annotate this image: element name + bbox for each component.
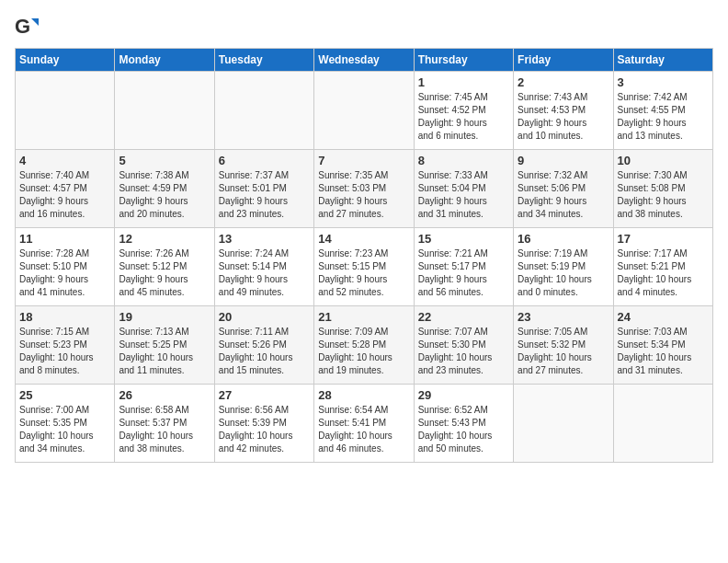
logo-icon: G (15, 15, 40, 40)
day-cell: 2Sunrise: 7:43 AM Sunset: 4:53 PM Daylig… (514, 72, 613, 150)
day-number: 24 (618, 310, 709, 324)
day-info: Sunrise: 6:56 AM Sunset: 5:39 PM Dayligh… (219, 404, 310, 455)
calendar-body: 1Sunrise: 7:45 AM Sunset: 4:52 PM Daylig… (16, 72, 713, 463)
day-cell: 8Sunrise: 7:33 AM Sunset: 5:04 PM Daylig… (414, 150, 513, 228)
day-number: 1 (418, 75, 509, 89)
week-row-2: 4Sunrise: 7:40 AM Sunset: 4:57 PM Daylig… (16, 150, 713, 228)
day-number: 26 (119, 388, 210, 402)
day-number: 11 (19, 232, 110, 246)
day-info: Sunrise: 7:37 AM Sunset: 5:01 PM Dayligh… (219, 169, 310, 221)
day-cell: 13Sunrise: 7:24 AM Sunset: 5:14 PM Dayli… (214, 228, 313, 306)
day-number: 3 (618, 75, 709, 89)
day-cell: 9Sunrise: 7:32 AM Sunset: 5:06 PM Daylig… (514, 150, 613, 228)
day-cell: 20Sunrise: 7:11 AM Sunset: 5:26 PM Dayli… (214, 306, 313, 385)
day-info: Sunrise: 6:58 AM Sunset: 5:37 PM Dayligh… (119, 404, 210, 455)
header-cell-thursday: Thursday (414, 49, 513, 72)
svg-text:G: G (15, 15, 30, 38)
day-info: Sunrise: 7:35 AM Sunset: 5:03 PM Dayligh… (318, 169, 409, 221)
day-cell (115, 72, 214, 150)
day-cell (16, 72, 115, 150)
day-number: 14 (318, 232, 409, 246)
day-cell: 11Sunrise: 7:28 AM Sunset: 5:10 PM Dayli… (16, 228, 115, 306)
week-row-1: 1Sunrise: 7:45 AM Sunset: 4:52 PM Daylig… (16, 72, 713, 150)
day-number: 10 (618, 154, 709, 167)
day-cell: 14Sunrise: 7:23 AM Sunset: 5:15 PM Dayli… (314, 228, 414, 306)
calendar-header: SundayMondayTuesdayWednesdayThursdayFrid… (16, 49, 713, 72)
day-cell: 27Sunrise: 6:56 AM Sunset: 5:39 PM Dayli… (214, 385, 313, 463)
day-number: 27 (219, 388, 310, 402)
day-info: Sunrise: 7:40 AM Sunset: 4:57 PM Dayligh… (19, 169, 110, 221)
week-row-4: 18Sunrise: 7:15 AM Sunset: 5:23 PM Dayli… (16, 306, 713, 385)
day-number: 22 (418, 310, 509, 324)
day-number: 25 (19, 388, 110, 402)
day-info: Sunrise: 7:45 AM Sunset: 4:52 PM Dayligh… (418, 91, 509, 143)
day-number: 4 (19, 154, 110, 167)
day-info: Sunrise: 7:43 AM Sunset: 4:53 PM Dayligh… (518, 91, 609, 143)
day-cell: 10Sunrise: 7:30 AM Sunset: 5:08 PM Dayli… (613, 150, 712, 228)
day-cell: 5Sunrise: 7:38 AM Sunset: 4:59 PM Daylig… (115, 150, 214, 228)
logo: G (15, 15, 42, 40)
day-cell: 21Sunrise: 7:09 AM Sunset: 5:28 PM Dayli… (314, 306, 414, 385)
day-cell (314, 72, 414, 150)
day-cell: 25Sunrise: 7:00 AM Sunset: 5:35 PM Dayli… (16, 385, 115, 463)
day-number: 15 (418, 232, 509, 246)
day-info: Sunrise: 7:19 AM Sunset: 5:19 PM Dayligh… (518, 247, 609, 299)
day-number: 13 (219, 232, 310, 246)
day-cell (613, 385, 712, 463)
calendar-table: SundayMondayTuesdayWednesdayThursdayFrid… (15, 48, 713, 463)
day-info: Sunrise: 6:54 AM Sunset: 5:41 PM Dayligh… (318, 404, 409, 455)
day-info: Sunrise: 7:23 AM Sunset: 5:15 PM Dayligh… (318, 247, 409, 299)
day-number: 2 (518, 75, 609, 89)
day-number: 28 (318, 388, 409, 402)
day-info: Sunrise: 7:00 AM Sunset: 5:35 PM Dayligh… (19, 404, 110, 455)
day-info: Sunrise: 7:21 AM Sunset: 5:17 PM Dayligh… (418, 247, 509, 299)
day-cell: 6Sunrise: 7:37 AM Sunset: 5:01 PM Daylig… (214, 150, 313, 228)
day-number: 12 (119, 232, 210, 246)
header-cell-tuesday: Tuesday (214, 49, 313, 72)
day-info: Sunrise: 7:42 AM Sunset: 4:55 PM Dayligh… (618, 91, 709, 143)
day-number: 9 (518, 154, 609, 167)
day-cell: 7Sunrise: 7:35 AM Sunset: 5:03 PM Daylig… (314, 150, 414, 228)
day-info: Sunrise: 7:28 AM Sunset: 5:10 PM Dayligh… (19, 247, 110, 299)
day-number: 29 (418, 388, 509, 402)
day-cell: 28Sunrise: 6:54 AM Sunset: 5:41 PM Dayli… (314, 385, 414, 463)
day-cell (214, 72, 313, 150)
day-info: Sunrise: 7:38 AM Sunset: 4:59 PM Dayligh… (119, 169, 210, 221)
day-cell: 12Sunrise: 7:26 AM Sunset: 5:12 PM Dayli… (115, 228, 214, 306)
day-number: 21 (318, 310, 409, 324)
day-number: 6 (219, 154, 310, 167)
day-info: Sunrise: 7:13 AM Sunset: 5:25 PM Dayligh… (119, 326, 210, 377)
day-cell: 26Sunrise: 6:58 AM Sunset: 5:37 PM Dayli… (115, 385, 214, 463)
day-cell: 19Sunrise: 7:13 AM Sunset: 5:25 PM Dayli… (115, 306, 214, 385)
day-cell: 3Sunrise: 7:42 AM Sunset: 4:55 PM Daylig… (613, 72, 712, 150)
day-number: 19 (119, 310, 210, 324)
day-info: Sunrise: 7:32 AM Sunset: 5:06 PM Dayligh… (518, 169, 609, 221)
day-number: 20 (219, 310, 310, 324)
day-cell: 16Sunrise: 7:19 AM Sunset: 5:19 PM Dayli… (514, 228, 613, 306)
day-cell: 17Sunrise: 7:17 AM Sunset: 5:21 PM Dayli… (613, 228, 712, 306)
header-cell-saturday: Saturday (613, 49, 712, 72)
day-info: Sunrise: 6:52 AM Sunset: 5:43 PM Dayligh… (418, 404, 509, 455)
day-info: Sunrise: 7:11 AM Sunset: 5:26 PM Dayligh… (219, 326, 310, 377)
day-number: 23 (518, 310, 609, 324)
day-info: Sunrise: 7:26 AM Sunset: 5:12 PM Dayligh… (119, 247, 210, 299)
header-cell-wednesday: Wednesday (314, 49, 414, 72)
day-info: Sunrise: 7:24 AM Sunset: 5:14 PM Dayligh… (219, 247, 310, 299)
page-header: G (15, 15, 713, 40)
day-info: Sunrise: 7:07 AM Sunset: 5:30 PM Dayligh… (418, 326, 509, 377)
header-row: SundayMondayTuesdayWednesdayThursdayFrid… (16, 49, 713, 72)
day-cell: 29Sunrise: 6:52 AM Sunset: 5:43 PM Dayli… (414, 385, 513, 463)
day-number: 7 (318, 154, 409, 167)
day-info: Sunrise: 7:33 AM Sunset: 5:04 PM Dayligh… (418, 169, 509, 221)
day-info: Sunrise: 7:05 AM Sunset: 5:32 PM Dayligh… (518, 326, 609, 377)
day-cell: 1Sunrise: 7:45 AM Sunset: 4:52 PM Daylig… (414, 72, 513, 150)
day-cell: 15Sunrise: 7:21 AM Sunset: 5:17 PM Dayli… (414, 228, 513, 306)
day-info: Sunrise: 7:30 AM Sunset: 5:08 PM Dayligh… (618, 169, 709, 221)
day-cell: 18Sunrise: 7:15 AM Sunset: 5:23 PM Dayli… (16, 306, 115, 385)
day-info: Sunrise: 7:17 AM Sunset: 5:21 PM Dayligh… (618, 247, 709, 299)
svg-marker-1 (31, 18, 39, 26)
header-cell-monday: Monday (115, 49, 214, 72)
week-row-3: 11Sunrise: 7:28 AM Sunset: 5:10 PM Dayli… (16, 228, 713, 306)
day-number: 16 (518, 232, 609, 246)
day-number: 17 (618, 232, 709, 246)
